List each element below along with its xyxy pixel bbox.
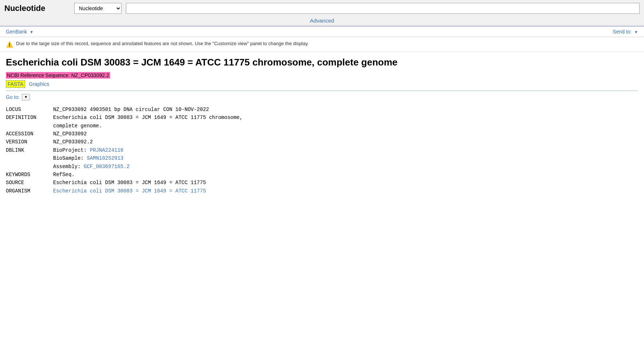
assembly-link[interactable]: GCF_003697165.2 <box>84 164 130 170</box>
send-to-dropdown-button[interactable]: Send to: ▼ <box>613 29 638 35</box>
warning-text: Due to the large size of this record, se… <box>16 41 309 46</box>
warning-notice: ⚠️ Due to the large size of this record,… <box>0 37 644 52</box>
genbank-dropdown-container: GenBank ▼ <box>6 29 33 35</box>
biosample-row: BioSample: SAMN10252913 <box>6 154 638 162</box>
version-label: VERSION <box>6 138 53 146</box>
dblink-label: DBLINK <box>6 146 53 154</box>
advanced-row: Advanced <box>4 16 640 26</box>
search-bar: Nucleotide Nucleotide Protein Gene Genom… <box>4 3 640 16</box>
assembly-row: Assembly: GCF_003697165.2 <box>6 163 638 171</box>
record-title: Escherichia coli DSM 30083 = JCM 1649 = … <box>6 56 638 69</box>
top-bar: Nucleotide Nucleotide Protein Gene Genom… <box>0 0 644 27</box>
ref-seq-bar: NCBI Reference Sequence: NZ_CP033092.2 <box>6 72 638 78</box>
accession-value: NZ_CP033092 <box>53 130 638 138</box>
dblink-value: BioProject: PRJNA224116 <box>53 146 638 154</box>
source-label: SOURCE <box>6 179 53 187</box>
section-divider <box>6 91 638 91</box>
bioproject-link[interactable]: PRJNA224116 <box>90 147 123 153</box>
goto-dropdown-button[interactable]: ▼ <box>22 94 30 100</box>
goto-bar: Go to: ▼ <box>6 94 638 100</box>
genbank-table: LOCUS NZ_CP033092 4903501 bp DNA circula… <box>6 106 638 195</box>
send-to-dropdown-arrow: ▼ <box>634 30 638 34</box>
keywords-row: KEYWORDS RefSeq. <box>6 171 638 179</box>
database-select[interactable]: Nucleotide Protein Gene Genome PubMed St… <box>74 3 122 14</box>
definition-label: DEFINITION <box>6 114 53 122</box>
organism-link[interactable]: Escherichia coli DSM 30083 = JCM 1649 = … <box>53 188 206 194</box>
secondary-toolbar: GenBank ▼ Send to: ▼ <box>0 27 644 37</box>
biosample-link[interactable]: SAMN10252913 <box>87 155 123 161</box>
definition-row: DEFINITION Escherichia coli DSM 30083 = … <box>6 114 638 130</box>
version-row: VERSION NZ_CP033092.2 <box>6 138 638 146</box>
warning-icon: ⚠️ <box>6 41 13 48</box>
site-title: Nucleotide <box>4 4 70 13</box>
source-value: Escherichia coli DSM 30083 = JCM 1649 = … <box>53 179 638 187</box>
organism-value: Escherichia coli DSM 30083 = JCM 1649 = … <box>53 187 638 195</box>
locus-value: NZ_CP033092 4903501 bp DNA circular CON … <box>53 106 638 114</box>
ref-seq-text: NCBI Reference Sequence: NZ_CP033092.2 <box>6 72 110 79</box>
dblink-row: DBLINK BioProject: PRJNA224116 <box>6 146 638 154</box>
biosample-label: BioSample: <box>53 155 84 161</box>
locus-label: LOCUS <box>6 106 53 114</box>
graphics-link[interactable]: Graphics <box>29 81 49 87</box>
goto-link[interactable]: Go to: <box>6 94 20 100</box>
send-to-container: Send to: ▼ <box>613 29 638 35</box>
organism-label: ORGANISM <box>6 187 53 195</box>
accession-row: ACCESSION NZ_CP033092 <box>6 130 638 138</box>
source-row: SOURCE Escherichia coli DSM 30083 = JCM … <box>6 179 638 187</box>
search-input[interactable] <box>126 3 640 14</box>
advanced-link[interactable]: Advanced <box>310 17 334 24</box>
definition-value: Escherichia coli DSM 30083 = JCM 1649 = … <box>53 114 638 130</box>
format-links: FASTA Graphics <box>6 80 638 88</box>
keywords-value: RefSeq. <box>53 171 638 179</box>
version-value: NZ_CP033092.2 <box>53 138 638 146</box>
genbank-dropdown-button[interactable]: GenBank ▼ <box>6 29 33 35</box>
genbank-dropdown-arrow: ▼ <box>29 30 33 34</box>
accession-label: ACCESSION <box>6 130 53 138</box>
fasta-link[interactable]: FASTA <box>6 80 25 88</box>
main-content: Escherichia coli DSM 30083 = JCM 1649 = … <box>0 52 644 199</box>
assembly-label: Assembly: <box>53 164 81 170</box>
bioproject-label: BioProject: <box>53 147 87 153</box>
locus-row: LOCUS NZ_CP033092 4903501 bp DNA circula… <box>6 106 638 114</box>
keywords-label: KEYWORDS <box>6 171 53 179</box>
organism-row: ORGANISM Escherichia coli DSM 30083 = JC… <box>6 187 638 195</box>
